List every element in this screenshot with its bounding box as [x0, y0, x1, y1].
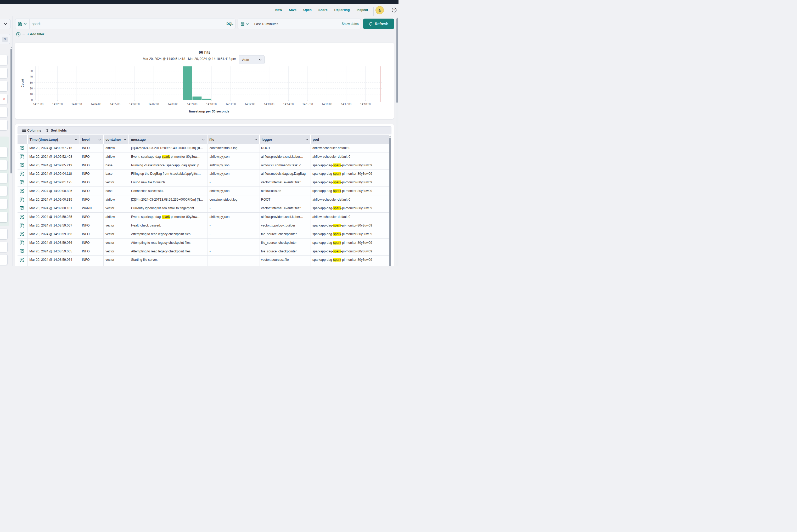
svg-text:14:18:00: 14:18:00: [360, 103, 371, 106]
svg-text:14:07:00: 14:07:00: [149, 103, 159, 106]
svg-text:10: 10: [30, 93, 33, 96]
svg-text:14:17:00: 14:17:00: [341, 103, 352, 106]
svg-text:timestamp per 30 seconds: timestamp per 30 seconds: [189, 110, 230, 113]
svg-text:14:06:00: 14:06:00: [129, 103, 140, 106]
svg-text:14:16:00: 14:16:00: [322, 103, 332, 106]
svg-text:Count: Count: [21, 79, 24, 87]
svg-text:14:08:00: 14:08:00: [168, 103, 178, 106]
svg-text:14:04:00: 14:04:00: [91, 103, 101, 106]
svg-text:14:14:00: 14:14:00: [283, 103, 294, 106]
svg-text:14:15:00: 14:15:00: [302, 103, 313, 106]
svg-text:14:05:00: 14:05:00: [110, 103, 121, 106]
svg-text:30: 30: [30, 81, 33, 84]
svg-text:0: 0: [32, 99, 33, 101]
svg-text:14:11:00: 14:11:00: [226, 103, 236, 106]
svg-text:40: 40: [30, 75, 33, 78]
svg-text:?: ?: [393, 8, 395, 12]
svg-text:14:13:00: 14:13:00: [264, 103, 275, 106]
svg-text:50: 50: [30, 70, 33, 73]
svg-text:14:03:00: 14:03:00: [72, 103, 82, 106]
svg-text:20: 20: [30, 87, 33, 90]
svg-text:14:02:00: 14:02:00: [52, 103, 63, 106]
svg-text:14:10:00: 14:10:00: [206, 103, 217, 106]
svg-text:14:09:00: 14:09:00: [187, 103, 198, 106]
svg-text:14:12:00: 14:12:00: [245, 103, 255, 106]
svg-text:14:01:00: 14:01:00: [33, 103, 44, 106]
